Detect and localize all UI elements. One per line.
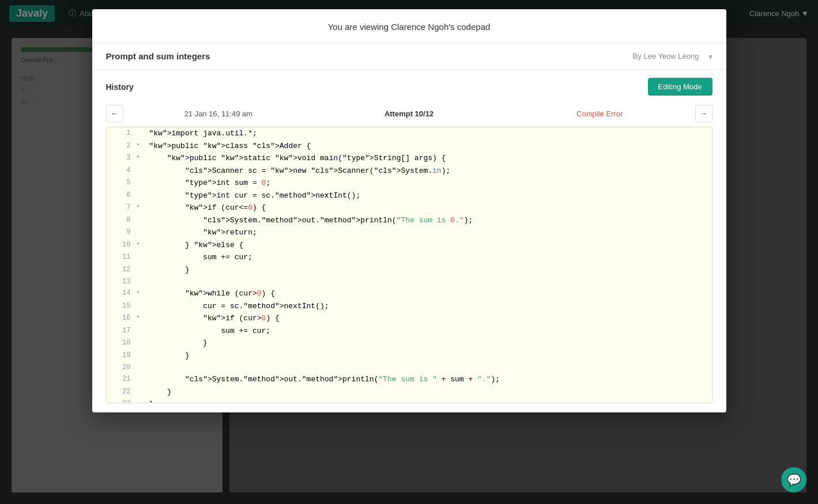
next-attempt-button[interactable]: →	[695, 105, 713, 122]
modal: You are viewing Clarence Ngoh's codepad …	[92, 9, 726, 412]
table-row: 10▾ } "kw">else {	[107, 239, 712, 252]
table-row: 22 }	[107, 386, 712, 399]
history-section: History Editing Mode	[92, 70, 726, 100]
chat-button[interactable]: 💬	[781, 467, 806, 492]
attempt-date: 21 Jan 16, 11:49 am	[123, 109, 314, 118]
table-row: 21 "cls">System."method">out."method">pr…	[107, 373, 712, 386]
table-row: 9 "kw">return;	[107, 226, 712, 239]
table-row: 16▾ "kw">if (cur>0) {	[107, 312, 712, 325]
table-row: 12 }	[107, 264, 712, 276]
prev-attempt-button[interactable]: ←	[106, 105, 123, 122]
modal-title: You are viewing Clarence Ngoh's codepad	[328, 22, 491, 32]
table-row: 5 "type">int sum = 0;	[107, 177, 712, 190]
chevron-down-icon[interactable]: ▾	[708, 52, 713, 61]
code-container[interactable]: 1"kw">import java.util.*;2▾"kw">public "…	[106, 127, 713, 403]
table-row: 11 sum += cur;	[107, 251, 712, 264]
table-row: 15 cur = sc."method">nextInt();	[107, 300, 712, 313]
modal-header: You are viewing Clarence Ngoh's codepad	[92, 9, 726, 43]
table-row: 19 }	[107, 350, 712, 362]
table-row: 7▾ "kw">if (cur<=0) {	[107, 202, 712, 214]
table-row: 18 }	[107, 337, 712, 350]
table-row: 17 sum += cur;	[107, 325, 712, 338]
table-row: 1"kw">import java.util.*;	[107, 127, 712, 140]
table-row: 14▾ "kw">while (cur>0) {	[107, 287, 712, 300]
table-row: 2▾"kw">public "kw">class "cls">Adder {	[107, 140, 712, 153]
question-bar: Prompt and sum integers By Lee Yeow Leon…	[92, 43, 726, 70]
editing-mode-button[interactable]: Editing Mode	[648, 78, 713, 96]
history-label: History	[106, 82, 134, 92]
compile-status: Compile Error	[504, 109, 695, 118]
table-row: 6 "type">int cur = sc."method">nextInt()…	[107, 190, 712, 202]
code-table: 1"kw">import java.util.*;2▾"kw">public "…	[107, 127, 712, 403]
question-title: Prompt and sum integers	[106, 51, 633, 61]
table-row: 13	[107, 276, 712, 287]
attempt-counter: Attempt 10/12	[314, 109, 504, 118]
table-row: 8 "cls">System."method">out."method">pri…	[107, 214, 712, 227]
table-row: 4 "cls">Scanner sc = "kw">new "cls">Scan…	[107, 165, 712, 177]
table-row: 23}	[107, 398, 712, 403]
question-author: By Lee Yeow Leong	[633, 52, 699, 60]
table-row: 3▾ "kw">public "kw">static "kw">void mai…	[107, 152, 712, 165]
left-arrow-icon: ←	[111, 109, 119, 118]
table-row: 20	[107, 362, 712, 373]
right-arrow-icon: →	[700, 109, 708, 118]
attempt-nav-row: ← 21 Jan 16, 11:49 am Attempt 10/12 Comp…	[92, 100, 726, 127]
